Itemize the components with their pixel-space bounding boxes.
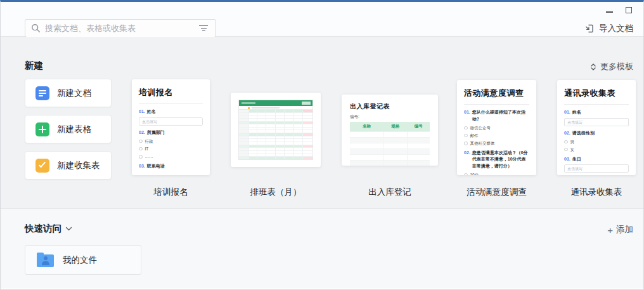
sheet-cell	[257, 113, 267, 115]
preview-question-number: 02.	[464, 150, 470, 170]
sheet-cell	[239, 148, 249, 150]
template-card-inventory-log[interactable]: 出入库登记表 编号: 名称 规格 编号	[342, 95, 438, 166]
minimize-button[interactable]	[606, 11, 613, 13]
sheet-cell	[276, 157, 285, 159]
sheet-cell	[266, 115, 276, 118]
sheet-cell	[239, 136, 249, 139]
radio-option-label: 10分	[470, 173, 479, 175]
template-card-training-signup[interactable]: 培训报名 01.姓名点击填写02.所属部门行政IT……03.联系电话	[132, 79, 210, 175]
preview-title: 通讯录收集表	[564, 88, 629, 99]
sheet-cell	[249, 148, 257, 150]
quick-access-title: 快速访问	[25, 223, 61, 235]
search-box[interactable]	[25, 19, 216, 37]
sheet-cell	[285, 130, 294, 133]
my-files-folder-icon	[37, 254, 54, 267]
template-card-monthly-schedule[interactable]	[231, 93, 321, 167]
my-files-item[interactable]: 我的文件	[25, 245, 141, 275]
search-icon	[31, 23, 41, 33]
expand-updown-icon	[589, 63, 597, 71]
sheet-cell	[276, 113, 285, 115]
import-document-button[interactable]: 导入文档	[584, 23, 633, 34]
preview-table-empty-row	[350, 160, 430, 166]
sheet-toolbar	[239, 106, 312, 110]
preview-question-label: 请选择性别	[572, 130, 595, 137]
sheet-cell	[239, 145, 249, 148]
new-section-title: 新建	[25, 60, 43, 72]
preview-fields: 01.姓名点击填写02.所属部门行政IT……03.联系电话	[139, 109, 203, 169]
preview-fields: 01.您从什么渠道得知了本次活动?微信公众号邮件其他社交媒体02.您是否满意本次…	[464, 109, 529, 175]
sheet-titlebar	[239, 100, 312, 106]
new-collect-form-button[interactable]: 新建收集表	[25, 151, 112, 180]
sheet-cell	[257, 151, 267, 154]
preview-question-number: 01.	[464, 109, 470, 122]
sheet-cell	[249, 130, 257, 133]
sheet-cell	[257, 115, 267, 118]
new-section: 新建 更多模板 新建文档 新建表格 新建收集表 培训报名 01.姓名点击填写	[1, 37, 643, 209]
sheet-cell	[276, 110, 285, 112]
sheet-cell	[249, 128, 257, 130]
quick-access-toggle[interactable]: 快速访问	[25, 223, 72, 235]
sheet-cell	[303, 110, 312, 112]
sheet-cell	[303, 142, 312, 145]
preview-title: 出入库登记表	[350, 102, 430, 111]
new-sheet-button[interactable]: 新建表格	[25, 115, 112, 143]
more-templates-button[interactable]: 更多模板	[589, 61, 633, 72]
radio-circle-icon	[139, 140, 143, 143]
sheet-cell	[294, 151, 304, 154]
preview-table-empty-row	[350, 154, 430, 160]
preview-question-label: 姓名	[147, 109, 156, 115]
search-input[interactable]	[45, 23, 193, 33]
sheet-cell	[285, 145, 294, 148]
sheet-cell	[239, 115, 249, 118]
sheet-cell	[239, 130, 249, 133]
sheet-cell	[276, 122, 285, 124]
sheet-cell	[239, 124, 249, 127]
preview-question: 03.生日	[564, 156, 629, 163]
sheet-cell	[276, 124, 285, 127]
preview-question-label: 生日	[572, 156, 581, 163]
sheet-cell	[303, 128, 312, 130]
template-card-satisfaction-survey[interactable]: 活动满意度调查 01.您从什么渠道得知了本次活动?微信公众号邮件其他社交媒体02…	[457, 80, 536, 175]
preview-input: 点击填写	[564, 164, 629, 173]
sheet-cell	[285, 142, 294, 145]
template-label-contacts-collect[interactable]: 通讯录收集表	[551, 187, 642, 198]
preview-question-label: 姓名	[572, 109, 581, 116]
template-label-training-signup[interactable]: 培训报名	[132, 187, 210, 198]
sheet-cell	[249, 151, 257, 154]
preview-question: 02.您是否满意本次活动？（0分代表非常不满意，10分代表非常满意，请打分）	[464, 150, 529, 170]
sheet-cell	[285, 151, 294, 154]
window-controls	[606, 7, 632, 13]
sheet-cell	[249, 115, 257, 118]
preview-title: 活动满意度调查	[464, 88, 529, 99]
sheet-cell	[276, 148, 285, 150]
sheet-cell	[257, 119, 267, 121]
sheet-cell	[249, 139, 257, 142]
sheet-cell	[257, 148, 267, 150]
form-preview: 培训报名 01.姓名点击填写02.所属部门行政IT……03.联系电话	[132, 79, 210, 175]
preview-question: 03.联系电话	[139, 163, 203, 170]
preview-question: 01.姓名	[564, 109, 629, 116]
preview-question: 02.请选择性别	[564, 130, 629, 137]
filter-icon[interactable]	[197, 23, 210, 34]
new-document-button[interactable]: 新建文档	[25, 79, 112, 107]
template-label-inventory-log[interactable]: 出入库登记	[342, 187, 438, 198]
plus-icon: +	[607, 225, 613, 235]
new-sheet-icon	[35, 122, 49, 136]
preview-input: 点击填写	[139, 117, 203, 126]
sheet-cell	[285, 154, 294, 157]
preview-radio-option: 邮件	[464, 133, 529, 138]
template-label-monthly-schedule[interactable]: 排班表（月）	[231, 187, 321, 198]
sheet-cell	[294, 139, 304, 142]
radio-circle-icon	[464, 173, 468, 175]
preview-question-label: 您从什么渠道得知了本次活动?	[472, 109, 529, 122]
add-button[interactable]: + 添加	[607, 224, 633, 235]
maximize-button[interactable]	[626, 7, 632, 13]
preview-table-rows	[350, 131, 430, 166]
sheet-cell	[303, 139, 312, 142]
sheet-cell	[303, 136, 312, 139]
preview-radio-option: 10分	[464, 173, 529, 175]
template-card-contacts-collect[interactable]: 通讯录收集表 01.姓名点击填写02.请选择性别男女03.生日点击填写	[557, 80, 636, 175]
template-label-satisfaction-survey[interactable]: 活动满意度调查	[444, 187, 549, 198]
sheet-cell	[266, 145, 276, 148]
sheet-cell	[239, 113, 249, 115]
